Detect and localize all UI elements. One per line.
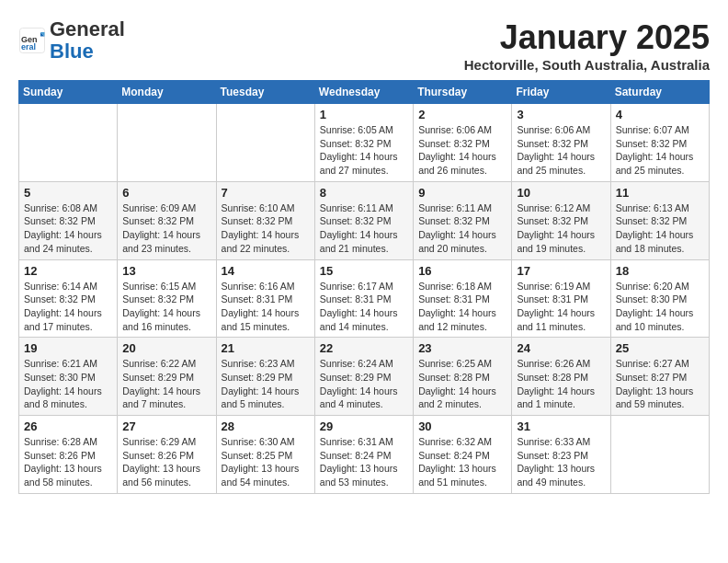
calendar-cell: 24Sunrise: 6:26 AM Sunset: 8:28 PM Dayli…: [512, 338, 610, 416]
day-number: 31: [517, 419, 605, 433]
day-info: Sunrise: 6:23 AM Sunset: 8:29 PM Dayligh…: [222, 357, 310, 411]
calendar-cell: 1Sunrise: 6:05 AM Sunset: 8:32 PM Daylig…: [314, 104, 413, 182]
calendar-cell: 27Sunrise: 6:29 AM Sunset: 8:26 PM Dayli…: [118, 416, 216, 494]
day-number: 10: [517, 186, 605, 200]
calendar-cell: 16Sunrise: 6:18 AM Sunset: 8:31 PM Dayli…: [414, 259, 512, 338]
weekday-header: Saturday: [610, 81, 709, 104]
day-info: Sunrise: 6:12 AM Sunset: 8:32 PM Dayligh…: [517, 201, 605, 256]
day-number: 17: [517, 264, 605, 278]
day-number: 16: [418, 264, 506, 278]
weekday-header: Wednesday: [314, 81, 413, 104]
day-info: Sunrise: 6:06 AM Sunset: 8:32 PM Dayligh…: [418, 123, 506, 178]
calendar-week-row: 26Sunrise: 6:28 AM Sunset: 8:26 PM Dayli…: [19, 416, 710, 494]
day-info: Sunrise: 6:17 AM Sunset: 8:31 PM Dayligh…: [320, 280, 408, 334]
day-info: Sunrise: 6:22 AM Sunset: 8:29 PM Dayligh…: [122, 357, 210, 411]
calendar-cell: 30Sunrise: 6:32 AM Sunset: 8:24 PM Dayli…: [414, 416, 512, 494]
day-info: Sunrise: 6:11 AM Sunset: 8:32 PM Dayligh…: [418, 201, 506, 256]
weekday-header: Tuesday: [216, 81, 314, 104]
day-number: 6: [122, 186, 210, 200]
calendar-cell: 31Sunrise: 6:33 AM Sunset: 8:23 PM Dayli…: [512, 416, 610, 494]
calendar-cell: 12Sunrise: 6:14 AM Sunset: 8:32 PM Dayli…: [19, 259, 118, 338]
calendar-cell: 14Sunrise: 6:16 AM Sunset: 8:31 PM Dayli…: [216, 259, 314, 338]
day-number: 24: [517, 341, 605, 355]
day-info: Sunrise: 6:28 AM Sunset: 8:26 PM Dayligh…: [24, 435, 112, 489]
day-info: Sunrise: 6:19 AM Sunset: 8:31 PM Dayligh…: [517, 280, 605, 334]
calendar-cell: 26Sunrise: 6:28 AM Sunset: 8:26 PM Dayli…: [19, 416, 118, 494]
calendar-week-row: 19Sunrise: 6:21 AM Sunset: 8:30 PM Dayli…: [19, 338, 710, 416]
calendar-cell: 20Sunrise: 6:22 AM Sunset: 8:29 PM Dayli…: [118, 338, 216, 416]
day-number: 9: [418, 186, 506, 200]
logo: Gen eral General Blue: [18, 18, 125, 63]
day-info: Sunrise: 6:26 AM Sunset: 8:28 PM Dayligh…: [517, 357, 605, 411]
day-number: 19: [24, 341, 112, 355]
day-number: 11: [616, 186, 704, 200]
day-info: Sunrise: 6:10 AM Sunset: 8:32 PM Dayligh…: [222, 201, 310, 256]
calendar-cell: 2Sunrise: 6:06 AM Sunset: 8:32 PM Daylig…: [414, 104, 512, 182]
day-info: Sunrise: 6:16 AM Sunset: 8:31 PM Dayligh…: [222, 280, 310, 334]
calendar-cell: 6Sunrise: 6:09 AM Sunset: 8:32 PM Daylig…: [118, 181, 216, 259]
day-number: 29: [320, 419, 408, 433]
logo-general-text: General: [50, 17, 125, 40]
calendar-cell: 22Sunrise: 6:24 AM Sunset: 8:29 PM Dayli…: [314, 338, 413, 416]
day-info: Sunrise: 6:14 AM Sunset: 8:32 PM Dayligh…: [24, 280, 112, 334]
day-number: 30: [418, 419, 506, 433]
calendar-cell: [118, 104, 216, 182]
logo-blue-text: Blue: [50, 40, 94, 63]
calendar-cell: 9Sunrise: 6:11 AM Sunset: 8:32 PM Daylig…: [414, 181, 512, 259]
day-number: 7: [222, 186, 310, 200]
day-info: Sunrise: 6:18 AM Sunset: 8:31 PM Dayligh…: [418, 280, 506, 334]
day-info: Sunrise: 6:32 AM Sunset: 8:24 PM Dayligh…: [418, 435, 506, 489]
day-info: Sunrise: 6:31 AM Sunset: 8:24 PM Dayligh…: [320, 435, 408, 489]
calendar-cell: 18Sunrise: 6:20 AM Sunset: 8:30 PM Dayli…: [610, 259, 709, 338]
day-number: 13: [122, 264, 210, 278]
calendar-cell: 25Sunrise: 6:27 AM Sunset: 8:27 PM Dayli…: [610, 338, 709, 416]
calendar-week-row: 5Sunrise: 6:08 AM Sunset: 8:32 PM Daylig…: [19, 181, 710, 259]
calendar-cell: 17Sunrise: 6:19 AM Sunset: 8:31 PM Dayli…: [512, 259, 610, 338]
calendar-week-row: 1Sunrise: 6:05 AM Sunset: 8:32 PM Daylig…: [19, 104, 710, 182]
day-info: Sunrise: 6:07 AM Sunset: 8:32 PM Dayligh…: [616, 123, 704, 178]
day-info: Sunrise: 6:13 AM Sunset: 8:32 PM Dayligh…: [616, 201, 704, 256]
day-number: 1: [320, 108, 408, 121]
calendar-cell: 4Sunrise: 6:07 AM Sunset: 8:32 PM Daylig…: [610, 104, 709, 182]
day-number: 18: [616, 264, 704, 278]
calendar-cell: 11Sunrise: 6:13 AM Sunset: 8:32 PM Dayli…: [610, 181, 709, 259]
page-header: Gen eral General Blue January 2025 Hecto…: [18, 18, 710, 73]
calendar-cell: 13Sunrise: 6:15 AM Sunset: 8:32 PM Dayli…: [118, 259, 216, 338]
calendar-cell: 28Sunrise: 6:30 AM Sunset: 8:25 PM Dayli…: [216, 416, 314, 494]
day-info: Sunrise: 6:21 AM Sunset: 8:30 PM Dayligh…: [24, 357, 112, 411]
day-number: 21: [222, 341, 310, 355]
day-number: 25: [616, 341, 704, 355]
day-info: Sunrise: 6:24 AM Sunset: 8:29 PM Dayligh…: [320, 357, 408, 411]
day-info: Sunrise: 6:29 AM Sunset: 8:26 PM Dayligh…: [122, 435, 210, 489]
calendar-cell: [19, 104, 118, 182]
calendar-cell: 29Sunrise: 6:31 AM Sunset: 8:24 PM Dayli…: [314, 416, 413, 494]
day-number: 12: [24, 264, 112, 278]
weekday-header: Friday: [512, 81, 610, 104]
calendar-table: SundayMondayTuesdayWednesdayThursdayFrid…: [18, 80, 710, 494]
day-info: Sunrise: 6:27 AM Sunset: 8:27 PM Dayligh…: [616, 357, 704, 411]
day-number: 23: [418, 341, 506, 355]
day-number: 4: [616, 108, 704, 121]
month-title: January 2025: [464, 18, 710, 57]
calendar-cell: 7Sunrise: 6:10 AM Sunset: 8:32 PM Daylig…: [216, 181, 314, 259]
weekday-header-row: SundayMondayTuesdayWednesdayThursdayFrid…: [19, 81, 710, 104]
day-info: Sunrise: 6:08 AM Sunset: 8:32 PM Dayligh…: [24, 201, 112, 256]
calendar-cell: [216, 104, 314, 182]
weekday-header: Sunday: [19, 81, 118, 104]
calendar-cell: 19Sunrise: 6:21 AM Sunset: 8:30 PM Dayli…: [19, 338, 118, 416]
calendar-cell: 15Sunrise: 6:17 AM Sunset: 8:31 PM Dayli…: [314, 259, 413, 338]
day-number: 27: [122, 419, 210, 433]
logo-icon: Gen eral: [18, 27, 46, 54]
calendar-cell: 23Sunrise: 6:25 AM Sunset: 8:28 PM Dayli…: [414, 338, 512, 416]
day-info: Sunrise: 6:30 AM Sunset: 8:25 PM Dayligh…: [222, 435, 310, 489]
day-info: Sunrise: 6:25 AM Sunset: 8:28 PM Dayligh…: [418, 357, 506, 411]
day-number: 8: [320, 186, 408, 200]
day-info: Sunrise: 6:33 AM Sunset: 8:23 PM Dayligh…: [517, 435, 605, 489]
calendar-cell: 3Sunrise: 6:06 AM Sunset: 8:32 PM Daylig…: [512, 104, 610, 182]
calendar-cell: [610, 416, 709, 494]
day-number: 3: [517, 108, 605, 121]
day-info: Sunrise: 6:15 AM Sunset: 8:32 PM Dayligh…: [122, 280, 210, 334]
day-number: 5: [24, 186, 112, 200]
day-info: Sunrise: 6:06 AM Sunset: 8:32 PM Dayligh…: [517, 123, 605, 178]
day-number: 22: [320, 341, 408, 355]
